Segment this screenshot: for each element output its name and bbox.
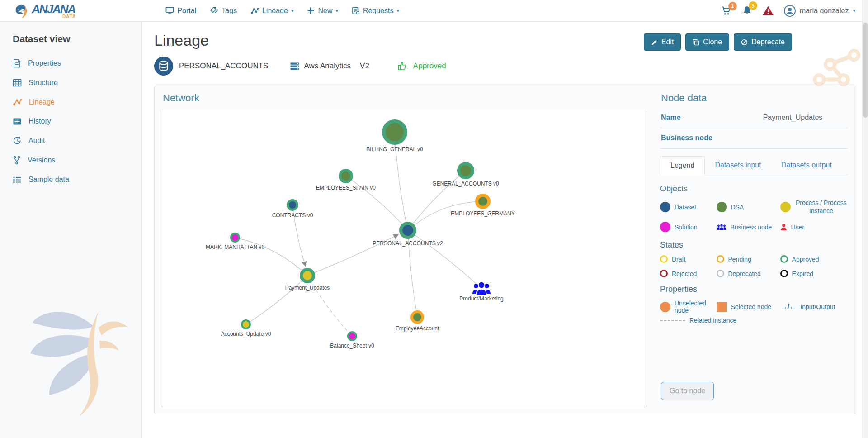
thumbs-up-icon <box>397 61 408 71</box>
sidebar-item-sample-data[interactable]: Sample data <box>0 170 141 189</box>
nav-new-label: New <box>318 7 332 15</box>
main-content: Lineage Edit <box>142 22 868 438</box>
header-actions: Edit Clone Deprecate <box>644 33 792 51</box>
nav-lineage[interactable]: Lineage ▾ <box>250 7 293 15</box>
copy-icon <box>693 39 699 46</box>
legend-dsa: DSA <box>717 199 780 215</box>
graph-node-product[interactable]: Product/Marketing <box>459 282 503 302</box>
scrollbar-thumb[interactable] <box>863 23 868 118</box>
brand-logo[interactable]: ANJANA DATA <box>14 3 75 19</box>
graph-node-label: PERSONAL_ACCOUNTS v2 <box>373 240 443 247</box>
properties-title: Properties <box>660 285 848 294</box>
brand-sub: DATA <box>62 14 76 19</box>
sidebar-item-label: Versions <box>28 156 55 164</box>
lineage-icon <box>13 98 22 106</box>
go-to-node-button[interactable]: Go to node <box>661 382 714 400</box>
sidebar-item-properties[interactable]: Properties <box>0 53 141 73</box>
sidebar-item-label: Audit <box>28 137 45 145</box>
document-icon <box>13 59 21 68</box>
legend-dataset: Dataset <box>660 199 717 215</box>
graph-node-mark[interactable]: MARK_MANHATTAN v0 <box>206 233 265 250</box>
sidebar-item-history[interactable]: History <box>0 112 141 131</box>
sidebar-item-structure[interactable]: Structure <box>0 73 141 92</box>
clone-button[interactable]: Clone <box>685 33 729 51</box>
deprecate-label: Deprecate <box>751 38 785 46</box>
sidebar-title: Dataset view <box>13 33 141 44</box>
legend-related-instance: Related instance <box>660 317 848 324</box>
legend-unselected-node: Unselected node <box>660 300 717 314</box>
related-instance-dash <box>660 320 685 321</box>
sidebar-item-versions[interactable]: Versions <box>0 150 141 170</box>
legend-approved: Approved <box>780 255 848 263</box>
anjana-fairy-watermark <box>25 286 131 418</box>
tab-datasets-input[interactable]: Datasets input <box>705 156 771 175</box>
network-canvas[interactable]: BILLING_GENERAL v0EMPLOYEES_SPAIN v0GENE… <box>162 109 646 407</box>
process-swatch <box>780 202 791 212</box>
lineage-card: Network BILLING_GENERAL v0EMPLOYEES_SPAI… <box>154 86 856 414</box>
user-menu[interactable]: maria gonzalez ▾ <box>784 5 855 17</box>
graph-node-balance[interactable]: Balance_Sheet v0 <box>330 332 374 349</box>
deprecated-ring <box>717 270 724 277</box>
notifications-button[interactable]: 3 <box>742 5 752 16</box>
notifications-badge: 3 <box>749 1 757 10</box>
sidebar-item-audit[interactable]: Audit <box>0 131 141 150</box>
status-badge: Approved <box>413 62 446 71</box>
status: Approved <box>397 61 446 71</box>
node-data-panel: Node data Name Payment_Updates Business … <box>659 91 849 406</box>
node-type-label: Business node <box>660 128 848 149</box>
nav-lineage-label: Lineage <box>262 7 288 15</box>
tab-legend[interactable]: Legend <box>660 156 705 175</box>
cart-badge: 1 <box>728 2 737 10</box>
draft-ring <box>660 255 668 263</box>
graph-node-spain[interactable]: EMPLOYEES_SPAIN v0 <box>316 170 376 191</box>
network-title: Network <box>163 92 653 104</box>
legend-solution: Solution <box>660 222 717 232</box>
legend-content: Objects Dataset DSA Process / Process <box>660 175 848 324</box>
sidebar-item-label: Properties <box>28 59 61 67</box>
sidebar-item-lineage[interactable]: Lineage <box>0 92 141 112</box>
graph-node-label: EMPLOYEES_GERMANY <box>451 210 514 217</box>
nav-new[interactable]: New ▾ <box>307 7 338 15</box>
graph-node-label: GENERAL_ACCOUNTS v0 <box>432 181 499 187</box>
top-navbar: ANJANA DATA Portal Tags <box>0 0 868 22</box>
nav-requests[interactable]: Requests ▾ <box>352 7 399 15</box>
nav-portal[interactable]: Portal <box>165 7 196 15</box>
graph-node-label: MARK_MANHATTAN v0 <box>206 244 265 250</box>
solution-swatch <box>660 222 670 232</box>
graph-node-general[interactable]: GENERAL_ACCOUNTS v0 <box>432 164 499 187</box>
alerts-button[interactable] <box>762 5 774 16</box>
graph-node-germany[interactable]: EMPLOYEES_GERMANY <box>451 195 514 217</box>
nav-tags[interactable]: Tags <box>210 7 237 15</box>
graph-node-personal[interactable]: PERSONAL_ACCOUNTS v2 <box>373 224 443 247</box>
page-scrollbar[interactable] <box>862 0 868 438</box>
main-menu: Portal Tags Lineage ▾ <box>165 7 399 15</box>
version-label: V2 <box>360 62 369 71</box>
node-data-title: Node data <box>661 92 848 104</box>
sidebar-item-label: Sample data <box>28 176 69 184</box>
graph-node-label: EMPLOYEES_SPAIN v0 <box>316 185 376 191</box>
sidebar-item-label: Lineage <box>29 98 55 106</box>
graph-node-employeeacct[interactable]: EmployeeAccount <box>396 312 439 332</box>
graph-node-payment[interactable]: Payment_Updates <box>285 270 330 291</box>
history-list-icon <box>13 118 22 125</box>
user-name: maria gonzalez <box>800 7 849 15</box>
portal-icon <box>165 7 174 14</box>
cart-button[interactable]: 1 <box>721 6 732 16</box>
edit-label: Edit <box>661 38 674 46</box>
tab-datasets-output[interactable]: Datasets output <box>771 156 842 175</box>
entity-header: PERSONAL_ACCOUNTS Aws Analytics V2 <box>154 57 856 76</box>
user-icon <box>780 224 787 231</box>
edit-button[interactable]: Edit <box>644 33 681 51</box>
graph-node-label: EmployeeAccount <box>396 325 439 332</box>
chevron-down-icon: ▾ <box>853 8 855 14</box>
table-icon <box>13 79 22 87</box>
selected-node-swatch <box>717 302 727 312</box>
deprecate-button[interactable]: Deprecate <box>734 33 792 51</box>
dataset-swatch <box>660 202 670 212</box>
graph-node-contracts[interactable]: CONTRACTS v0 <box>272 200 313 219</box>
legend-expired: Expired <box>780 270 848 277</box>
graph-node-label: Accounts_Update v0 <box>221 331 271 337</box>
graph-node-accounts[interactable]: Accounts_Update v0 <box>221 320 271 337</box>
graph-node-label: CONTRACTS v0 <box>272 212 313 219</box>
graph-node-billing[interactable]: BILLING_GENERAL v0 <box>366 121 423 152</box>
